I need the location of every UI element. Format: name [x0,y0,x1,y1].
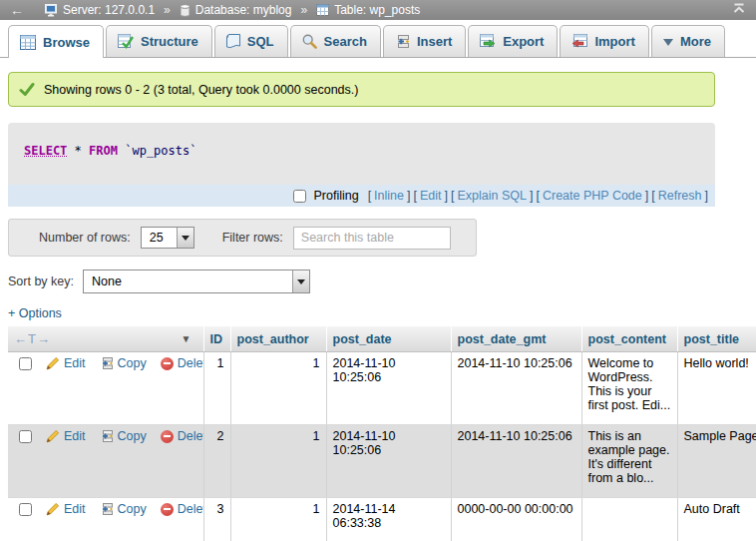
tab-structure[interactable]: Structure [106,25,212,57]
tab-sql[interactable]: SQL [214,25,288,57]
results-table: ←T→ ▼ ID post_author post_date post_date… [8,326,756,541]
delete-label: Delete [178,429,203,443]
back-arrow-icon[interactable]: ← [10,2,24,18]
sort-descending-icon[interactable]: ▼ [182,333,191,344]
tab-insert[interactable]: Insert [383,25,466,57]
breadcrumb-server[interactable]: Server: 127.0.0.1 [45,3,155,17]
edit-label: Edit [64,502,86,516]
database-icon [180,4,190,17]
sort-by-key-label: Sort by key: [8,274,74,288]
cell-id: 1 [203,352,230,425]
explain-sql-link[interactable]: Explain SQL [457,189,526,203]
delete-row-link[interactable]: Delete [161,356,203,370]
tab-browse[interactable]: Browse [8,25,104,58]
delete-label: Delete [178,502,203,516]
delete-label: Delete [178,356,203,370]
profiling-checkbox[interactable] [293,190,306,203]
edit-query-link[interactable]: Edit [420,189,442,203]
column-header-post-author[interactable]: post_author [230,326,326,352]
column-header-post-date[interactable]: post_date [326,326,451,352]
column-marker-icon[interactable]: ←T→ [14,331,51,346]
cell-post-date-gmt: 2014-11-10 10:25:06 [451,425,581,498]
row-checkbox[interactable] [19,430,32,443]
cell-post-author: 1 [230,425,326,498]
breadcrumb-database[interactable]: Database: myblog [180,3,292,17]
row-checkbox[interactable] [19,357,32,370]
structure-icon [118,34,134,49]
refresh-link[interactable]: Refresh [658,189,702,203]
cell-post-date-gmt: 2014-11-10 10:25:06 [451,352,581,425]
status-message-text: Showing rows 0 - 2 (3 total, Query took … [44,83,358,97]
row-options-panel: Number of rows: 25 Filter rows: [8,219,477,257]
delete-row-link[interactable]: Delete [161,429,203,443]
breadcrumb-separator: » [164,3,171,17]
sort-by-key-row: Sort by key: None [8,270,756,293]
column-header-post-content[interactable]: post_content [581,326,677,352]
sql-keyword-from: FROM [89,144,118,158]
tab-bar: Browse Structure SQL Search Insert Expor… [0,20,756,58]
sql-icon [226,34,240,49]
breadcrumb-separator: » [300,3,307,17]
breadcrumb-database-label: Database: myblog [195,3,292,17]
column-header-id[interactable]: ID [203,326,230,352]
cell-id: 3 [203,498,230,541]
bracket: [ [368,189,371,203]
actions-header: ←T→ ▼ [8,326,203,352]
table-icon [316,4,329,16]
column-header-post-title[interactable]: post_title [677,326,756,352]
tab-import[interactable]: Import [560,25,648,57]
cell-post-title: Sample Page [677,425,756,498]
server-icon [45,4,58,17]
cell-post-title: Auto Draft [677,498,756,541]
bracket: [ [536,189,539,203]
table-row: Edit Copy Delete 1 1 2014-11-10 10:25:06… [8,352,756,425]
cell-post-content [581,498,677,541]
tab-search[interactable]: Search [290,25,381,57]
breadcrumb-table[interactable]: Table: wp_posts [316,3,420,17]
copy-row-link[interactable]: Copy [100,502,147,516]
options-toggle-link[interactable]: + Options [8,306,62,320]
tab-insert-label: Insert [417,34,452,49]
number-of-rows-select[interactable]: 25 [141,227,194,249]
tab-import-label: Import [594,34,634,49]
row-checkbox[interactable] [19,503,32,516]
bracket: [ [413,189,416,203]
tab-export[interactable]: Export [468,25,558,57]
delete-row-link[interactable]: Delete [161,502,203,516]
success-check-icon [19,82,35,97]
cell-post-content: Welcome to WordPress. This is your first… [581,352,677,425]
filter-table-input[interactable] [293,227,451,250]
edit-row-link[interactable]: Edit [46,502,86,516]
tab-more[interactable]: More [651,25,725,57]
delete-icon [161,503,174,516]
copy-icon [100,429,114,443]
import-icon [571,34,587,49]
edit-row-link[interactable]: Edit [46,356,86,370]
copy-row-link[interactable]: Copy [100,356,147,370]
tab-structure-label: Structure [141,34,198,49]
edit-label: Edit [64,429,86,443]
collapse-icon[interactable] [732,3,746,17]
copy-label: Copy [118,356,147,370]
query-box: SELECT * FROM `wp_posts` Profiling [ Inl… [8,123,715,207]
cell-post-date: 2014-11-14 06:33:38 [326,498,451,541]
sql-keyword-select[interactable]: SELECT [24,144,67,158]
inline-link[interactable]: Inline [374,189,404,203]
cell-post-title: Hello world! [677,352,756,425]
export-icon [480,34,496,49]
edit-row-link[interactable]: Edit [46,429,86,443]
cell-id: 2 [203,425,230,498]
breadcrumb-table-label: Table: wp_posts [334,3,420,17]
sort-by-key-select[interactable]: None [83,270,310,293]
copy-row-link[interactable]: Copy [100,429,147,443]
breadcrumb-server-label: Server: 127.0.0.1 [63,3,155,17]
search-icon [302,34,317,49]
number-of-rows-label: Number of rows: [39,231,131,245]
edit-label: Edit [64,356,86,370]
chevron-down-icon [177,228,193,248]
copy-icon [100,502,114,516]
create-php-code-link[interactable]: Create PHP Code [543,189,642,203]
bracket: ] [645,189,648,203]
filter-rows-label: Filter rows: [222,231,283,245]
column-header-post-date-gmt[interactable]: post_date_gmt [451,326,581,352]
